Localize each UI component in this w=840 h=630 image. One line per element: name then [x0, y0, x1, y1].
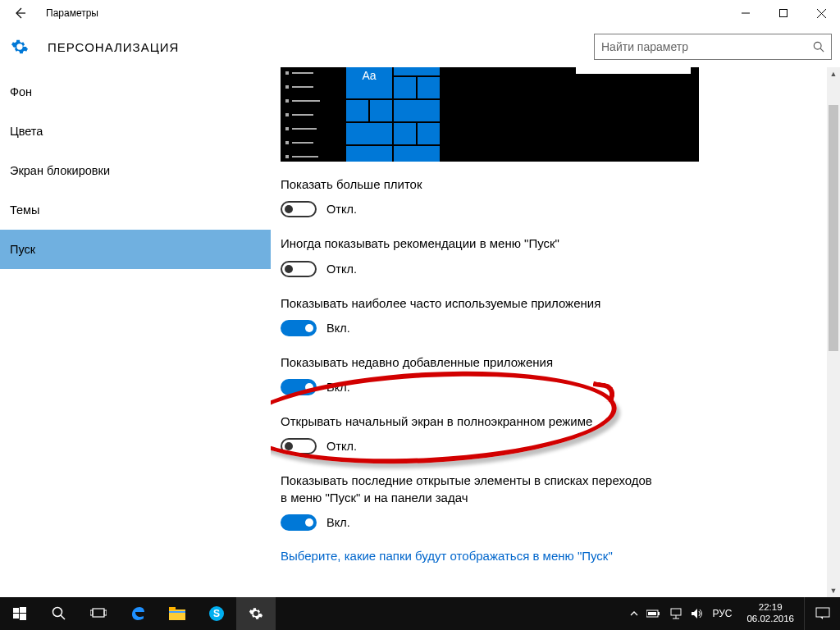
sidebar-item-label: Пуск — [10, 243, 35, 256]
svg-rect-13 — [90, 610, 93, 615]
sidebar-item-label: Темы — [10, 203, 40, 217]
svg-rect-6 — [13, 608, 19, 613]
taskbar-app-explorer[interactable] — [158, 597, 197, 630]
toggle-state: Откл. — [326, 203, 357, 216]
scroll-down-button[interactable]: ▼ — [827, 584, 840, 597]
sidebar-item-themes[interactable]: Темы — [0, 190, 271, 230]
scroll-up-button[interactable]: ▲ — [827, 67, 840, 80]
svg-rect-15 — [169, 609, 185, 620]
start-preview: Aa — [281, 67, 699, 162]
svg-text:S: S — [213, 608, 220, 619]
svg-rect-26 — [816, 608, 829, 617]
svg-point-4 — [814, 42, 821, 49]
svg-line-5 — [820, 48, 824, 52]
toggle-suggestions[interactable] — [281, 261, 317, 277]
back-button[interactable] — [7, 0, 33, 26]
svg-rect-21 — [658, 612, 660, 615]
setting-recently-added: Показывать недавно добавленные приложени… — [281, 354, 824, 395]
svg-rect-8 — [13, 614, 19, 619]
sidebar-item-label: Фон — [10, 85, 32, 98]
svg-rect-1 — [780, 10, 788, 17]
close-button[interactable] — [802, 0, 840, 26]
titlebar: Параметры — [0, 0, 840, 26]
taskbar-app-settings[interactable] — [236, 597, 276, 630]
setting-fullscreen-start: Открывать начальный экран в полноэкранно… — [281, 413, 824, 454]
toggle-state: Вкл. — [326, 322, 350, 335]
setting-suggestions: Иногда показывать рекомендации в меню "П… — [281, 235, 824, 276]
search-icon — [813, 41, 824, 52]
toggle-recently-added[interactable] — [281, 379, 317, 395]
toggle-most-used[interactable] — [281, 320, 317, 336]
svg-rect-23 — [671, 609, 681, 615]
svg-rect-17 — [169, 611, 185, 613]
tray-date: 06.02.2016 — [746, 614, 794, 625]
sidebar-item-lockscreen[interactable]: Экран блокировки — [0, 151, 271, 190]
window-title: Параметры — [46, 7, 98, 19]
taskview-button[interactable] — [79, 597, 118, 630]
svg-rect-14 — [104, 610, 107, 615]
toggle-jumplists[interactable] — [281, 514, 317, 531]
svg-point-10 — [53, 608, 62, 617]
toggle-state: Вкл. — [326, 516, 350, 529]
toggle-state: Откл. — [326, 262, 357, 276]
setting-label: Показать больше плиток — [281, 176, 658, 193]
category-title: ПЕРСОНАЛИЗАЦИЯ — [48, 40, 179, 54]
start-button[interactable] — [0, 597, 39, 630]
setting-jumplists: Показывать последние открытые элементы в… — [281, 472, 824, 531]
svg-line-11 — [61, 615, 65, 619]
svg-rect-9 — [20, 614, 26, 620]
gear-icon — [10, 37, 30, 57]
taskbar: S РУС 22:19 06.02.2016 — [0, 597, 840, 630]
sidebar-item-label: Экран блокировки — [10, 164, 110, 177]
scroll-thumb[interactable] — [829, 105, 838, 351]
sidebar: Фон Цвета Экран блокировки Темы Пуск — [0, 67, 271, 597]
setting-label: Показывать недавно добавленные приложени… — [281, 354, 658, 371]
system-tray: РУС 22:19 06.02.2016 — [630, 602, 804, 625]
header-row: ПЕРСОНАЛИЗАЦИЯ Найти параметр — [0, 26, 840, 67]
toggle-state: Откл. — [326, 440, 357, 453]
svg-rect-22 — [648, 612, 656, 615]
tray-network-icon[interactable] — [669, 608, 682, 619]
setting-more-tiles: Показать больше плиток Откл. — [281, 176, 824, 217]
search-placeholder: Найти параметр — [601, 40, 813, 53]
choose-folders-link[interactable]: Выберите, какие папки будут отображаться… — [281, 549, 824, 563]
toggle-state: Вкл. — [326, 381, 350, 394]
search-input[interactable]: Найти параметр — [594, 34, 832, 60]
toggle-fullscreen-start[interactable] — [281, 438, 317, 454]
sidebar-item-background[interactable]: Фон — [0, 72, 271, 112]
taskbar-app-skype[interactable]: S — [197, 597, 236, 630]
svg-rect-7 — [20, 607, 26, 613]
taskbar-app-edge[interactable] — [118, 597, 158, 630]
tray-time: 22:19 — [746, 602, 794, 614]
setting-label: Показывать наиболее часто используемые п… — [281, 295, 658, 312]
scrollbar[interactable]: ▲ ▼ — [827, 67, 840, 597]
maximize-button[interactable] — [765, 0, 802, 26]
content-area: Aa Показать больше плиток — [271, 67, 840, 579]
sidebar-item-colors[interactable]: Цвета — [0, 112, 271, 151]
setting-label: Открывать начальный экран в полноэкранно… — [281, 413, 658, 430]
svg-rect-16 — [169, 607, 176, 610]
tray-chevron-icon[interactable] — [630, 609, 638, 618]
sidebar-item-label: Цвета — [10, 125, 43, 138]
minimize-button[interactable] — [727, 0, 765, 26]
tray-battery-icon[interactable] — [646, 609, 661, 618]
svg-rect-12 — [93, 609, 104, 617]
tray-volume-icon[interactable] — [691, 608, 704, 619]
preview-tile-sample: Aa — [346, 67, 392, 98]
tray-clock[interactable]: 22:19 06.02.2016 — [740, 602, 801, 625]
tray-language[interactable]: РУС — [712, 608, 732, 619]
setting-most-used: Показывать наиболее часто используемые п… — [281, 295, 824, 336]
taskbar-search-button[interactable] — [39, 597, 79, 630]
action-center-button[interactable] — [804, 597, 840, 630]
setting-label: Иногда показывать рекомендации в меню "П… — [281, 235, 658, 252]
toggle-more-tiles[interactable] — [281, 201, 317, 217]
sidebar-item-start[interactable]: Пуск — [0, 230, 271, 269]
setting-label: Показывать последние открытые элементы в… — [281, 472, 658, 506]
